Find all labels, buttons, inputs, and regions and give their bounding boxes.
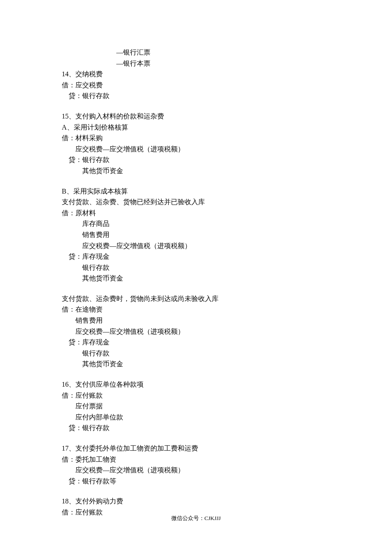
entry-line: 应付内部单位款 (62, 412, 330, 423)
footer-text: 微信公众号：CJKJJJ (0, 514, 392, 523)
entry-line: 应交税费—应交增值税（进项税额） (62, 240, 330, 251)
entry-line: 借：材料采购 (62, 133, 330, 144)
section-title: 支付货款、运杂费时，货物尚未到达或尚未验收入库 (62, 293, 330, 304)
entry-line: 借：在途物资 (62, 304, 330, 315)
section-title: 15、支付购入材料的价款和运杂费 (62, 111, 330, 122)
entry-line: 支付货款、运杂费、货物已经到达并已验收入库 (62, 197, 330, 208)
entry-line: 应交税费—应交增值税（进项税额） (62, 326, 330, 337)
section-title: B、采用实际成本核算 (62, 186, 330, 197)
entry-line: 借：委托加工物资 (62, 454, 330, 465)
entry-line: 贷：银行存款 (62, 422, 330, 434)
entry-line: 贷：库存现金 (62, 337, 330, 348)
entry-line: 销售费用 (62, 229, 330, 240)
entry-line: 银行存款 (62, 262, 330, 273)
entry-line: 销售费用 (62, 315, 330, 326)
entry-line: 贷：银行存款 (62, 90, 330, 101)
entry-line: 库存商品 (62, 218, 330, 229)
entry-line: 贷：银行存款 (62, 154, 330, 165)
entry-line: 其他货币资金 (62, 358, 330, 370)
header-line-1: —银行汇票 (62, 47, 330, 58)
entry-line: 其他货币资金 (62, 165, 330, 176)
entry-line: 贷：库存现金 (62, 251, 330, 262)
entry-line: 应付票据 (62, 401, 330, 412)
entry-line: 借：应付账款 (62, 390, 330, 401)
section-title: 16、支付供应单位各种款项 (62, 379, 330, 390)
document-body: —银行汇票 —银行本票 14、交纳税费 借：应交税费 贷：银行存款 15、支付购… (62, 47, 330, 518)
entry-line: 贷：银行存款等 (62, 476, 330, 487)
section-title: 17、支付委托外单位加工物资的加工费和运费 (62, 443, 330, 454)
entry-line: 银行存款 (62, 348, 330, 359)
header-line-2: —银行本票 (62, 58, 330, 69)
section-title: 18、支付外购动力费 (62, 496, 330, 507)
entry-line: 借：原材料 (62, 208, 330, 219)
entry-line: 借：应交税费 (62, 80, 330, 91)
entry-line: 应交税费—应交增值税（进项税额） (62, 144, 330, 155)
entry-line: 应交税费—应交增值税（进项税额） (62, 465, 330, 476)
entry-line: A、采用计划价格核算 (62, 122, 330, 133)
entry-line: 其他货币资金 (62, 273, 330, 284)
section-title: 14、交纳税费 (62, 69, 330, 80)
